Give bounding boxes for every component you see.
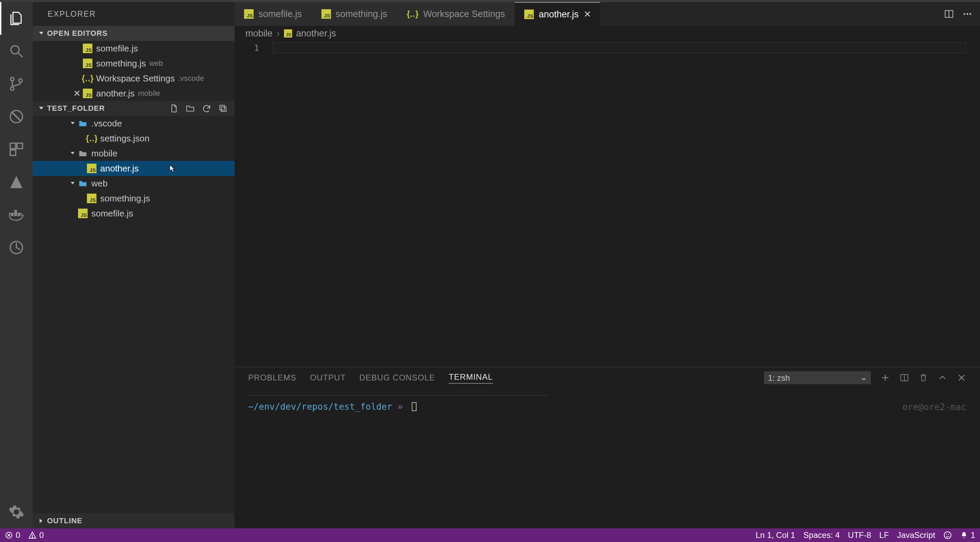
status-eol[interactable]: LF	[880, 531, 889, 540]
activity-azure[interactable]	[0, 166, 33, 199]
close-icon[interactable]	[957, 373, 966, 383]
tree-item-label: another.js	[100, 163, 139, 174]
status-feedback[interactable]	[943, 531, 952, 539]
chevron-up-icon[interactable]	[938, 373, 947, 383]
tab-label: somefile.js	[258, 9, 302, 19]
plus-icon[interactable]	[880, 373, 890, 383]
tab-something[interactable]: JS something.js	[312, 2, 398, 26]
section-workspace[interactable]: TEST_FOLDER	[33, 101, 234, 116]
open-editor-hint: .vscode	[178, 74, 204, 83]
tree-folder-mobile[interactable]: mobile	[33, 146, 234, 161]
open-editor-item[interactable]: ✕ JS another.js mobile	[33, 86, 234, 101]
terminal-host: ore@ore2-mac	[902, 402, 966, 412]
tree-file-something[interactable]: JS something.js	[33, 191, 234, 206]
status-language[interactable]: JavaScript	[897, 531, 935, 540]
svg-point-32	[944, 532, 951, 539]
activity-explorer[interactable]	[0, 2, 33, 35]
more-icon[interactable]	[962, 9, 972, 19]
activity-scm[interactable]	[0, 67, 33, 100]
panel-tab-terminal[interactable]: TERMINAL	[449, 372, 493, 383]
sidebar: EXPLORER OPEN EDITORS JS somefile.js JS …	[33, 2, 234, 528]
json-icon: {‥}	[407, 9, 418, 19]
close-icon[interactable]: ✕	[72, 88, 82, 99]
js-icon: JS	[244, 9, 254, 19]
open-editor-item[interactable]: JS something.js web	[33, 56, 234, 71]
section-open-editors[interactable]: OPEN EDITORS	[33, 26, 234, 41]
js-icon: JS	[284, 29, 292, 38]
activity-liveshare[interactable]	[0, 231, 33, 264]
terminal-divider	[248, 395, 548, 396]
tree-file-another[interactable]: JS another.js	[33, 161, 234, 176]
svg-point-19	[967, 13, 969, 15]
tab-label: something.js	[336, 9, 388, 19]
open-editor-item[interactable]: {‥} Workspace Settings .vscode	[33, 71, 234, 86]
status-spaces[interactable]: Spaces: 4	[803, 531, 840, 540]
current-line-highlight	[273, 42, 966, 53]
section-outline[interactable]: OUTLINE	[33, 513, 234, 528]
json-icon: {‥}	[82, 74, 94, 83]
tab-somefile[interactable]: JS somefile.js	[234, 2, 312, 26]
tree-file-somefile[interactable]: JS somefile.js	[33, 206, 234, 221]
status-notif-count: 1	[971, 531, 975, 540]
open-editor-item[interactable]: JS somefile.js	[33, 41, 234, 56]
svg-point-20	[969, 13, 971, 15]
status-encoding[interactable]: UTF-8	[848, 531, 871, 540]
svg-rect-6	[10, 143, 16, 149]
open-editor-hint: web	[149, 59, 163, 68]
terminal-path: ~/env/dev/repos/test_folder	[248, 402, 392, 412]
chevron-right-icon: ›	[277, 28, 280, 39]
files-icon	[8, 10, 25, 27]
panel-tab-debug[interactable]: DEBUG CONSOLE	[359, 373, 435, 383]
refresh-icon[interactable]	[202, 103, 212, 113]
activity-settings[interactable]	[0, 496, 33, 528]
svg-point-33	[946, 534, 947, 535]
split-editor-icon[interactable]	[944, 9, 954, 19]
tree-item-label: web	[91, 178, 108, 189]
svg-point-31	[32, 537, 33, 537]
file-tree: .vscode {‥} settings.json mobile JS anot…	[33, 116, 234, 221]
js-icon: JS	[87, 164, 97, 173]
new-file-icon[interactable]	[169, 103, 179, 113]
status-errors[interactable]: 0	[5, 531, 20, 540]
status-notifications[interactable]: 1	[960, 531, 975, 540]
terminal-select[interactable]: 1: zsh	[764, 371, 871, 384]
collapse-all-icon[interactable]	[218, 103, 228, 113]
status-ln-col[interactable]: Ln 1, Col 1	[756, 531, 795, 540]
open-editor-label: somefile.js	[96, 43, 138, 54]
panel-tab-output[interactable]: OUTPUT	[310, 373, 346, 383]
code-editor[interactable]: 1	[234, 41, 980, 367]
folder-icon	[77, 149, 89, 158]
tab-label: Workspace Settings	[423, 9, 505, 19]
breadcrumb-folder: mobile	[245, 28, 273, 39]
open-editors-label: OPEN EDITORS	[47, 29, 108, 38]
panel-tab-problems[interactable]: PROBLEMS	[248, 373, 296, 383]
svg-point-2	[11, 77, 14, 81]
activity-docker[interactable]	[0, 199, 33, 231]
trash-icon[interactable]	[919, 373, 928, 383]
line-gutter: 1	[234, 41, 273, 367]
open-editor-hint: mobile	[138, 89, 160, 98]
activity-extensions[interactable]	[0, 133, 33, 166]
tab-another[interactable]: JS another.js ✕	[515, 2, 600, 26]
mouse-cursor-icon	[167, 164, 177, 173]
breadcrumb[interactable]: mobile › JS another.js	[234, 26, 980, 41]
split-terminal-icon[interactable]	[900, 373, 909, 383]
status-warnings[interactable]: 0	[28, 531, 44, 540]
activity-search[interactable]	[0, 35, 33, 67]
sidebar-title: EXPLORER	[33, 2, 234, 26]
extensions-icon	[8, 141, 25, 157]
search-icon	[8, 43, 25, 59]
tree-file-settings[interactable]: {‥} settings.json	[33, 131, 234, 146]
chevron-down-icon	[68, 121, 77, 126]
terminal-body[interactable]: ~/env/dev/repos/test_folder » ore@ore2-m…	[234, 388, 980, 528]
tab-workspace-settings[interactable]: {‥} Workspace Settings	[397, 2, 515, 26]
tab-label: another.js	[539, 9, 579, 20]
new-folder-icon[interactable]	[185, 103, 195, 113]
close-icon[interactable]: ✕	[584, 9, 590, 20]
chevron-right-icon	[37, 518, 46, 524]
activity-debug[interactable]	[0, 100, 33, 133]
editor-area: JS somefile.js JS something.js {‥} Works…	[234, 2, 980, 528]
bottom-panel: PROBLEMS OUTPUT DEBUG CONSOLE TERMINAL 1…	[234, 367, 980, 528]
tree-folder-vscode[interactable]: .vscode	[33, 116, 234, 131]
tree-folder-web[interactable]: web	[33, 176, 234, 191]
